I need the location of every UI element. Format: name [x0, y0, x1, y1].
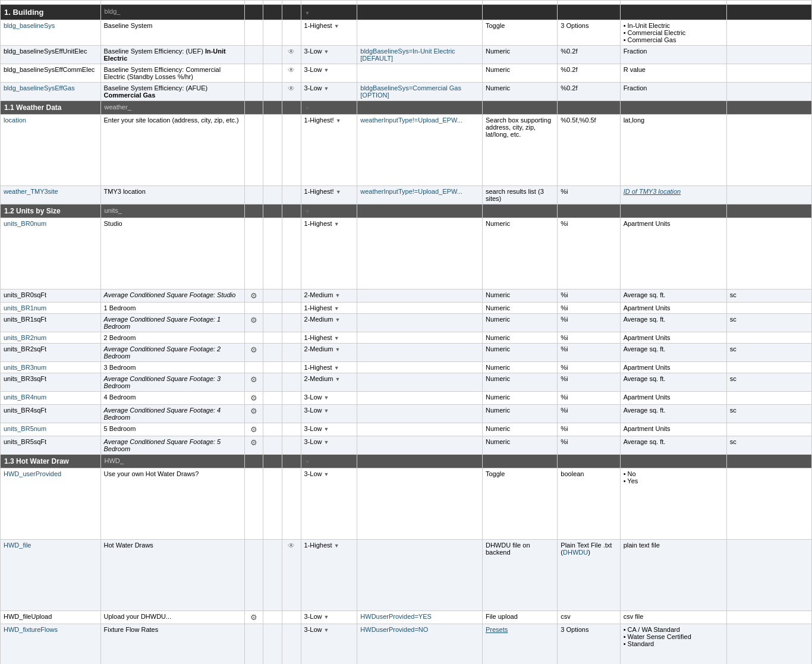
datatype-cell: ID of TMY3 location	[620, 186, 726, 204]
only-show-link[interactable]: weatherInputType!=Upload_EPW...	[360, 188, 462, 195]
priority-cell[interactable]: 3-Low ▼	[301, 468, 357, 540]
gear-icon[interactable]: ⚙	[250, 316, 257, 325]
field-link[interactable]: HWD_userProvided	[4, 470, 61, 477]
priority-cell[interactable]: 3-Low ▼	[301, 423, 357, 436]
gear-icon[interactable]: ⚙	[250, 425, 257, 434]
priority-dropdown-arrow[interactable]: ▼	[324, 408, 329, 414]
priority-cell[interactable]: 3-Low ▼	[301, 611, 357, 624]
only-show-link[interactable]: bldgBaselineSys=Commercial Gas [OPTION]	[360, 84, 461, 99]
priority-dropdown-arrow[interactable]: ▼	[336, 189, 341, 195]
priority-cell[interactable]: 1-Highest ▼	[301, 20, 357, 46]
only-show-cell	[357, 362, 483, 373]
hide-icon[interactable]: 👁	[288, 48, 295, 56]
section-priority-empty: ▼	[301, 204, 357, 218]
gear-icon[interactable]: ⚙	[250, 407, 257, 416]
section-hide-empty	[282, 5, 301, 20]
priority-cell[interactable]: 1-Highest ▼	[301, 540, 357, 611]
priority-cell[interactable]: 1-Highest! ▼	[301, 186, 357, 204]
field-name-cell: units_BR4sqFt	[1, 405, 101, 423]
priority-dropdown-arrow[interactable]: ▼	[324, 67, 329, 73]
hide-icon[interactable]: 👁	[288, 542, 295, 550]
only-show-link[interactable]: HWDuserProvided=YES	[360, 613, 432, 620]
dhwdu-link[interactable]: DHWDU	[563, 549, 588, 556]
field-link[interactable]: weather_TMY3site	[4, 188, 58, 195]
priority-value: 3-Low	[304, 48, 322, 55]
priority-dropdown-arrow[interactable]: ▼	[334, 543, 339, 549]
gear-icon[interactable]: ⚙	[250, 291, 257, 300]
header-datatype	[620, 1, 726, 5]
priority-dropdown-arrow[interactable]: ▼	[324, 49, 329, 55]
priority-dropdown-arrow[interactable]: ▼	[324, 439, 329, 445]
priority-dropdown-arrow[interactable]: ▼	[335, 317, 341, 323]
priority-cell[interactable]: 2-Medium ▼	[301, 373, 357, 392]
gear-icon[interactable]: ⚙	[250, 394, 257, 402]
dropdown-arrow[interactable]: ▼	[305, 10, 310, 16]
gear-icon[interactable]: ⚙	[250, 345, 257, 354]
priority-cell[interactable]: 3-Low ▼	[301, 624, 357, 665]
input-type-link[interactable]: Presets	[486, 626, 508, 633]
only-show-link[interactable]: HWDuserProvided=NO	[360, 626, 428, 633]
priority-dropdown-arrow[interactable]: ▼	[324, 627, 329, 633]
field-link[interactable]: units_BR2num	[4, 334, 46, 341]
field-link[interactable]: HWD_fixtureFlows	[4, 626, 58, 633]
header-input-type	[482, 1, 557, 5]
priority-cell[interactable]: 3-Low ▼	[301, 392, 357, 405]
hide-icon[interactable]: 👁	[288, 84, 295, 93]
field-link[interactable]: units_BR1num	[4, 304, 46, 311]
priority-dropdown-arrow[interactable]: ▼	[334, 306, 339, 311]
field-link[interactable]: bldg_baselineSys	[4, 22, 55, 29]
field-link[interactable]: location	[4, 117, 26, 124]
dropdown-arrow[interactable]: ▼	[305, 209, 310, 215]
priority-cell[interactable]: 3-Low ▼	[301, 64, 357, 83]
gear-icon[interactable]: ⚙	[250, 438, 257, 447]
priority-dropdown-arrow[interactable]: ▼	[324, 614, 329, 620]
priority-dropdown-arrow[interactable]: ▼	[334, 23, 339, 29]
priority-dropdown-arrow[interactable]: ▼	[324, 395, 329, 401]
dropdown-arrow[interactable]: ▼	[305, 105, 310, 111]
priority-cell[interactable]: 1-Highest ▼	[301, 332, 357, 344]
gear-icon[interactable]: ⚙	[250, 613, 257, 622]
only-show-cell: HWDuserProvided=NO	[357, 624, 483, 665]
only-show-link[interactable]: weatherInputType!=Upload_EPW...	[360, 117, 462, 124]
field-link[interactable]: units_BR3num	[4, 364, 46, 371]
priority-dropdown-arrow[interactable]: ▼	[324, 471, 329, 477]
dropdown-arrow[interactable]: ▼	[305, 459, 310, 465]
extra-cell	[726, 540, 811, 611]
datatype-link[interactable]: ID of TMY3 location	[624, 188, 681, 195]
priority-cell[interactable]: 3-Low ▼	[301, 405, 357, 423]
priority-dropdown-arrow[interactable]: ▼	[324, 426, 329, 432]
field-link[interactable]: bldg_baselineSysEffGas	[4, 84, 75, 92]
priority-cell[interactable]: 2-Medium ▼	[301, 314, 357, 332]
priority-cell[interactable]: 3-Low ▼	[301, 83, 357, 101]
priority-dropdown-arrow[interactable]: ▼	[334, 335, 339, 341]
priority-dropdown-arrow[interactable]: ▼	[336, 118, 341, 124]
priority-dropdown-arrow[interactable]: ▼	[334, 365, 339, 371]
hide-icon[interactable]: 👁	[288, 66, 295, 74]
priority-dropdown-arrow[interactable]: ▼	[335, 292, 341, 298]
header-label[interactable]	[100, 1, 244, 5]
field-name-cell: units_BR1sqFt	[1, 314, 101, 332]
priority-cell[interactable]: 2-Medium ▼	[301, 289, 357, 303]
priority-cell[interactable]: 3-Low ▼	[301, 46, 357, 64]
priority-cell[interactable]: 1-Highest ▼	[301, 362, 357, 373]
priority-dropdown-arrow[interactable]: ▼	[334, 221, 339, 227]
field-link[interactable]: units_BR5num	[4, 425, 46, 432]
field-link[interactable]: HWD_file	[4, 542, 31, 549]
section-extra-empty	[726, 455, 811, 468]
priority-dropdown-arrow[interactable]: ▼	[335, 376, 341, 382]
priority-cell[interactable]: 1-Highest! ▼	[301, 115, 357, 186]
priority-cell[interactable]: 1-Highest ▼	[301, 218, 357, 289]
field-link[interactable]: units_BR0num	[4, 220, 46, 227]
only-show-link[interactable]: bldgBaselineSys=In-Unit Electric [DEFAUL…	[360, 48, 455, 62]
priority-cell[interactable]: 1-Highest ▼	[301, 303, 357, 314]
field-link[interactable]: units_BR4num	[4, 394, 46, 401]
priority-dropdown-arrow[interactable]: ▼	[335, 347, 341, 353]
section-priority-empty: ▼	[301, 455, 357, 468]
priority-dropdown-arrow[interactable]: ▼	[324, 86, 329, 92]
gear-icon[interactable]: ⚙	[250, 375, 257, 384]
priority-cell[interactable]: 3-Low ▼	[301, 436, 357, 455]
extra-cell	[726, 186, 811, 204]
fix-cell	[263, 46, 282, 64]
section-dataformat-empty	[558, 5, 620, 20]
priority-cell[interactable]: 2-Medium ▼	[301, 344, 357, 362]
